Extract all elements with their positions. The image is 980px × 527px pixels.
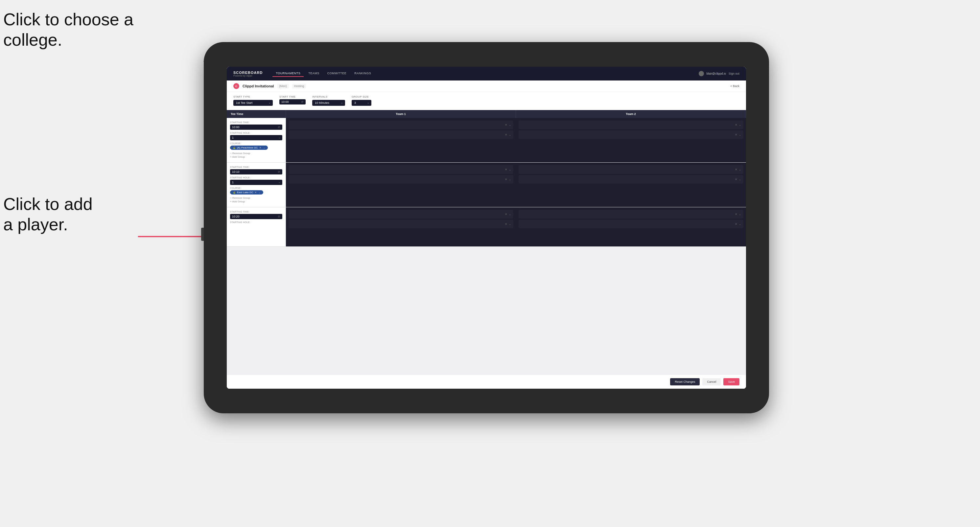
player-slot-4-1[interactable]: ✕ ⌄ [519,165,743,174]
team1-cell-1: ✕ ⌄ ✕ ⌄ [286,118,516,162]
page-hosting: Hosting [292,84,306,88]
player-slot-1-2[interactable]: ✕ ⌄ [288,130,513,139]
start-time-input[interactable]: 10:00 ⏱ [279,99,305,105]
table-row: STARTING TIME: 10:00 ⏱ STARTING HOLE: 1 … [227,118,746,163]
add-group-1[interactable]: + Add Group [230,156,282,158]
team1-cell-2: ✕ ⌄ ✕ ⌄ [286,163,516,207]
player-slot-4-2[interactable]: ✕ ⌄ [519,175,743,184]
nav-link-teams[interactable]: TEAMS [305,70,323,77]
intervals-wrapper: 10 Minutes [312,99,345,106]
form-controls: Start Type 1st Tee Start Start Time 10:0… [227,92,746,110]
start-type-wrapper: 1st Tee Start [233,99,273,106]
course-label-2: COURSE: [230,187,282,189]
annotation-add-player: Click to add a player. [3,194,93,235]
starting-hole-label-3: STARTING HOLE: [230,221,282,224]
team2-cell-1: ✕ ⌄ ✕ ⌄ [516,118,746,162]
annotation-choose-college: Click to choose a college. [3,9,134,50]
course-chevron-1[interactable]: ⌄ [263,146,265,149]
player-slot-6-2[interactable]: ✕ ⌄ [519,220,743,229]
page-title-row: C Clippd Invitational (Men) Hosting [233,83,306,89]
player-slot-3-1[interactable]: ✕ ⌄ [288,165,513,174]
col-team2: Team 2 [516,110,746,118]
player-slot-actions-2-2: ✕ ⌄ [735,133,741,137]
cancel-button[interactable]: Cancel [702,378,721,386]
starting-time-label-1: STARTING TIME: [230,121,282,124]
starting-hole-label-1: STARTING HOLE: [230,132,282,134]
user-avatar [699,71,704,76]
player-x-icon[interactable]: ✕ [505,123,508,127]
group-size-group: Group Size 3 [352,95,371,106]
start-type-label: Start Type [233,95,273,98]
clock-icon: ⏱ [301,100,304,103]
tablet-frame: SCOREBOARD Powered by clippd TOURNAMENTS… [204,42,769,413]
starting-time-label-3: STARTING TIME: [230,211,282,213]
player-x-icon-4[interactable]: ✕ [735,133,737,137]
table-row: STARTING TIME: 10:20 ⏱ STARTING HOLE: ✕ … [227,207,746,247]
starting-hole-select-2[interactable]: 1 ⌄ [230,180,282,185]
col-team1: Team 1 [286,110,516,118]
course-name-2: East Lake GC [237,191,253,194]
intervals-group: Intervals 10 Minutes [312,95,345,106]
nav-user: blair@clippd.io Sign out [699,71,740,76]
player-chevron-icon-2[interactable]: ⌄ [509,133,511,137]
sign-out-link[interactable]: Sign out [729,72,740,75]
remove-group-1[interactable]: ○ Remove Group [230,152,282,155]
start-time-label: Start Time [279,95,305,98]
group-size-label: Group Size [352,95,371,98]
brand-title: SCOREBOARD [233,71,262,75]
player-slot-5-1[interactable]: ✕ ⌄ [288,210,513,219]
back-button[interactable]: < Back [730,84,740,88]
player-chevron-icon[interactable]: ⌄ [509,123,511,127]
player-slot-2-2[interactable]: ✕ ⌄ [519,130,743,139]
save-button[interactable]: Save [723,378,740,386]
player-slot-actions-3-1: ✕ ⌄ [505,168,511,171]
course-remove-1[interactable]: ✕ [259,146,261,149]
intervals-select[interactable]: 10 Minutes [312,100,345,106]
nav-link-committee[interactable]: COMMITTEE [324,70,350,77]
brand-sub: Powered by clippd [233,75,262,77]
group-size-wrapper: 3 [352,99,371,106]
player-x-icon-3[interactable]: ✕ [735,123,737,127]
page-header: C Clippd Invitational (Men) Hosting < Ba… [227,81,746,92]
content-area: Start Type 1st Tee Start Start Time 10:0… [227,92,746,389]
course-tag-icon-1: ⛳ [233,146,235,149]
nav-brand: SCOREBOARD Powered by clippd [233,71,262,77]
page-gender: (Men) [277,84,289,88]
clippd-logo: C [233,83,239,89]
course-tag-2[interactable]: ⛳ East Lake GC ✕ ⌄ [230,190,263,195]
time-icon-1: ⏱ [278,126,280,129]
tee-time-left-1: STARTING TIME: 10:00 ⏱ STARTING HOLE: 1 … [227,118,286,162]
player-slot-2-1[interactable]: ✕ ⌄ [519,121,743,129]
course-label-1: COURSE: [230,142,282,144]
tablet-side-button [201,228,204,241]
player-x-icon-2[interactable]: ✕ [505,133,508,137]
add-group-2[interactable]: + Add Group [230,200,282,203]
player-slot-5-2[interactable]: ✕ ⌄ [288,220,513,229]
nav-link-rankings[interactable]: RANKINGS [351,70,374,77]
course-remove-2[interactable]: ✕ [255,191,257,194]
player-slot-1-1[interactable]: ✕ ⌄ [288,121,513,129]
nav-link-tournaments[interactable]: TOURNAMENTS [272,70,304,77]
starting-time-input-3[interactable]: 10:20 ⏱ [230,214,282,219]
player-chevron-icon-3[interactable]: ⌄ [739,123,741,127]
reset-button[interactable]: Reset Changes [670,378,700,386]
start-type-select[interactable]: 1st Tee Start [233,100,273,106]
player-slot-3-2[interactable]: ✕ ⌄ [288,175,513,184]
remove-group-2[interactable]: ○ Remove Group [230,197,282,200]
starting-time-input-2[interactable]: 10:10 ⏱ [230,169,282,175]
player-chevron-icon-4[interactable]: ⌄ [739,133,741,137]
starting-time-input-1[interactable]: 10:00 ⏱ [230,124,282,130]
player-slot-6-1[interactable]: ✕ ⌄ [519,210,743,219]
tablet-screen: SCOREBOARD Powered by clippd TOURNAMENTS… [227,67,746,389]
course-chevron-2[interactable]: ⌄ [259,191,261,194]
starting-hole-select-1[interactable]: 1 ⌄ [230,135,282,140]
time-icon-3: ⏱ [278,215,280,218]
tee-time-left-2: STARTING TIME: 10:10 ⏱ STARTING HOLE: 1 … [227,163,286,207]
nav-links: TOURNAMENTS TEAMS COMMITTEE RANKINGS [272,70,698,77]
user-email: blair@clippd.io [706,72,726,75]
course-tag-1[interactable]: ⛳ (A) Peachtree GC ✕ ⌄ [230,146,268,150]
start-type-group: Start Type 1st Tee Start [233,95,273,106]
table-body: STARTING TIME: 10:00 ⏱ STARTING HOLE: 1 … [227,118,746,375]
nav-bar: SCOREBOARD Powered by clippd TOURNAMENTS… [227,67,746,81]
group-size-select[interactable]: 3 [352,100,371,106]
